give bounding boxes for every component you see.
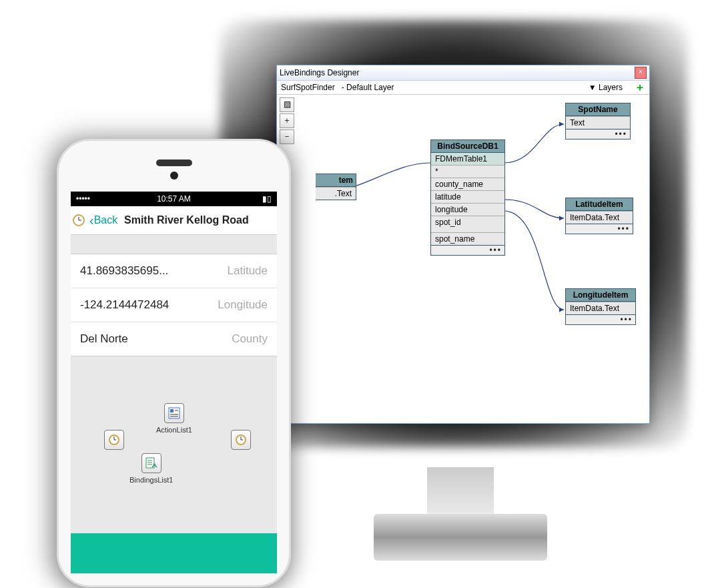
node-field[interactable]: * (431, 165, 504, 178)
component-label: BindingsList1 (129, 476, 173, 484)
node-title: LongitudeItem (566, 289, 635, 302)
designer-canvas[interactable]: tem .Text BindSourceDB1 FDMemTable1 * co… (296, 96, 647, 420)
layer-name: - Default Layer (342, 83, 394, 92)
node-title: BindSourceDB1 (431, 140, 504, 153)
node-field[interactable]: county_name (431, 178, 504, 190)
context-name: SurfSpotFinder (281, 83, 335, 92)
layers-label: Layers (599, 83, 623, 92)
chevron-left-icon: ‹ (89, 213, 94, 228)
desktop-monitor-stand (374, 514, 547, 561)
node-field[interactable]: ItemData.Text (566, 211, 633, 224)
node-latitude[interactable]: LatitudeItem ItemData.Text ••• (565, 198, 633, 234)
actionlist-component[interactable]: ActionList1 (156, 403, 192, 434)
node-field[interactable]: spot_name (431, 232, 504, 245)
ios-statusbar: ••••• 10:57 AM ▮▯ (71, 192, 277, 206)
iphone-speaker (156, 160, 192, 166)
clock-icon (231, 430, 251, 450)
bottom-action-bar[interactable] (71, 533, 277, 573)
node-title: LatitudeItem (566, 198, 633, 211)
layers-dropdown[interactable]: ▼ Layers (589, 83, 623, 92)
node-field[interactable]: longitude (431, 203, 504, 216)
node-title: SpotName (566, 103, 630, 116)
iphone-frame: ••••• 10:57 AM ▮▯ ‹ Back Smith River Kel… (57, 139, 291, 587)
ios-body: 41.8693835695... Latitude -124.214447248… (71, 254, 277, 530)
iphone-camera (170, 172, 178, 180)
designer-toolbar: ▨ ＋ － (280, 97, 293, 144)
row-value: -124.2144472484 (80, 298, 169, 312)
row-value: Del Norte (80, 332, 128, 346)
window-title: LiveBindings Designer (280, 68, 359, 77)
actionlist-icon (164, 403, 184, 423)
form-design-surface[interactable]: ActionList1 BindingsList1 (71, 356, 277, 530)
component-label: ActionList1 (156, 426, 192, 434)
row-value: 41.8693835695... (80, 264, 168, 278)
row-label: Longitude (218, 298, 268, 312)
designer-context: SurfSpotFinder - Default Layer (281, 83, 394, 92)
node-field[interactable]: latitude (431, 190, 504, 203)
clock-icon (72, 214, 85, 227)
row-label: County (232, 332, 268, 346)
svg-rect-7 (170, 409, 173, 412)
list-item[interactable]: Del Norte County (71, 322, 277, 356)
node-longitude[interactable]: LongitudeItem ItemData.Text ••• (565, 288, 636, 325)
bindingslist-icon (141, 453, 161, 473)
ios-navbar: ‹ Back Smith River Kellog Road (71, 206, 277, 235)
node-partial[interactable]: tem .Text (316, 174, 356, 200)
page-title: Smith River Kellog Road (124, 214, 270, 226)
node-field[interactable]: .Text (316, 187, 356, 200)
node-bindsource[interactable]: BindSourceDB1 FDMemTable1 * county_name … (430, 139, 505, 256)
desktop-monitor-neck (427, 467, 494, 521)
iphone-screen: ••••• 10:57 AM ▮▯ ‹ Back Smith River Kel… (71, 192, 277, 573)
node-field[interactable]: Text (566, 116, 630, 129)
node-title: tem (316, 174, 356, 187)
node-expand-handle[interactable]: ••• (566, 129, 630, 139)
window-titlebar[interactable]: LiveBindings Designer × (277, 65, 649, 81)
node-field[interactable]: ItemData.Text (566, 302, 635, 314)
detail-list: 41.8693835695... Latitude -124.214447248… (71, 254, 277, 356)
statusbar-time: 10:57 AM (71, 194, 277, 204)
node-expand-handle[interactable]: ••• (431, 245, 504, 255)
gesture-manager-component[interactable] (104, 430, 124, 453)
node-field[interactable]: FDMemTable1 (431, 153, 504, 165)
node-spotname[interactable]: SpotName Text ••• (565, 103, 631, 139)
timer-component[interactable] (231, 430, 251, 453)
back-button[interactable]: ‹ Back (89, 213, 117, 228)
list-item[interactable]: -124.2144472484 Longitude (71, 288, 277, 322)
add-layer-button[interactable]: ＋ (635, 81, 645, 95)
row-label: Latitude (228, 264, 268, 278)
back-label: Back (94, 214, 118, 226)
list-item[interactable]: 41.8693835695... Latitude (71, 254, 277, 288)
node-expand-handle[interactable]: ••• (566, 224, 633, 234)
livebindings-designer-window: LiveBindings Designer × SurfSpotFinder -… (276, 65, 650, 424)
node-field[interactable]: spot_id (431, 216, 504, 228)
designer-subbar: SurfSpotFinder - Default Layer ▼ Layers … (277, 81, 649, 95)
toolbar-grid-button[interactable]: ▨ (280, 97, 294, 112)
close-icon[interactable]: × (635, 67, 647, 79)
toolbar-zoom-in-button[interactable]: ＋ (280, 113, 294, 128)
node-expand-handle[interactable]: ••• (566, 314, 635, 324)
clock-icon (104, 430, 124, 450)
bindingslist-component[interactable]: BindingsList1 (129, 453, 173, 484)
